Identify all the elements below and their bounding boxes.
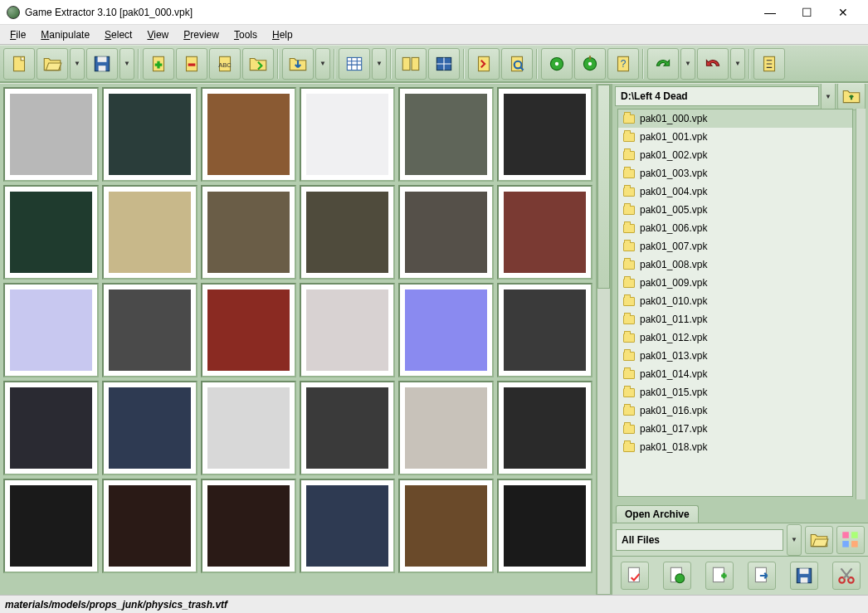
thumbnail[interactable] bbox=[102, 185, 197, 280]
thumbnail[interactable] bbox=[398, 283, 494, 377]
action-btn-4[interactable] bbox=[748, 562, 776, 590]
filelist-scrollbar[interactable] bbox=[856, 109, 866, 499]
thumbnail[interactable] bbox=[398, 381, 494, 475]
toolbar-gear-b[interactable] bbox=[574, 48, 606, 80]
thumbnail[interactable] bbox=[497, 381, 592, 475]
thumbnail[interactable] bbox=[102, 479, 197, 573]
toolbar-undo-red[interactable] bbox=[697, 48, 729, 80]
file-row[interactable]: pak01_018.vpk bbox=[618, 438, 852, 456]
thumbnail[interactable] bbox=[3, 283, 99, 377]
menu-file[interactable]: File bbox=[3, 27, 32, 42]
thumbnail[interactable] bbox=[398, 185, 494, 280]
file-row[interactable]: pak01_011.vpk bbox=[618, 310, 852, 328]
menu-preview[interactable]: Preview bbox=[177, 27, 226, 42]
toolbar-dropdown[interactable]: ▼ bbox=[70, 48, 85, 80]
minimize-button[interactable]: — bbox=[752, 1, 788, 24]
thumbnail[interactable] bbox=[300, 381, 395, 475]
file-row[interactable]: pak01_010.vpk bbox=[618, 292, 852, 310]
toolbar-add-file[interactable] bbox=[143, 48, 174, 80]
toolbar-replace-file[interactable] bbox=[242, 48, 274, 80]
toolbar-grid-view[interactable] bbox=[428, 48, 460, 80]
menu-select[interactable]: Select bbox=[98, 27, 139, 42]
thumbnail[interactable] bbox=[300, 479, 395, 573]
thumbnail[interactable] bbox=[3, 87, 99, 182]
thumbnail[interactable] bbox=[497, 87, 592, 182]
thumbs-scrollbar[interactable] bbox=[596, 84, 611, 595]
filter-combo[interactable]: All Files bbox=[616, 529, 783, 551]
tab-open-archive[interactable]: Open Archive bbox=[616, 505, 699, 523]
file-row[interactable]: pak01_003.vpk bbox=[618, 164, 852, 182]
action-btn-5[interactable] bbox=[790, 562, 818, 590]
thumbnail[interactable] bbox=[3, 185, 99, 280]
toolbar-search[interactable] bbox=[501, 48, 533, 80]
thumbnail[interactable] bbox=[497, 185, 592, 280]
close-button[interactable]: ✕ bbox=[825, 1, 861, 24]
maximize-button[interactable]: ☐ bbox=[788, 1, 825, 24]
toolbar-dropdown[interactable]: ▼ bbox=[119, 48, 134, 80]
toolbar-split-view[interactable] bbox=[395, 48, 427, 80]
toolbar-help[interactable]: ? bbox=[607, 48, 639, 80]
open-button[interactable] bbox=[805, 526, 833, 554]
file-row[interactable]: pak01_005.vpk bbox=[618, 201, 852, 219]
path-dropdown[interactable]: ▼ bbox=[821, 83, 836, 112]
file-row[interactable]: pak01_009.vpk bbox=[618, 274, 852, 292]
file-row[interactable]: pak01_014.vpk bbox=[618, 365, 852, 383]
file-row[interactable]: pak01_012.vpk bbox=[618, 328, 852, 347]
toolbar-redo-green[interactable] bbox=[647, 48, 679, 80]
toolbar-remove-file[interactable] bbox=[176, 48, 207, 80]
thumbnail[interactable] bbox=[102, 283, 197, 377]
file-row[interactable]: pak01_013.vpk bbox=[618, 347, 852, 365]
thumbnail[interactable] bbox=[497, 479, 592, 573]
up-folder-button[interactable] bbox=[837, 83, 866, 110]
file-list[interactable]: pak01_000.vpkpak01_001.vpkpak01_002.vpkp… bbox=[617, 109, 853, 497]
file-row[interactable]: pak01_002.vpk bbox=[618, 146, 852, 164]
toolbar-gear-a[interactable] bbox=[541, 48, 573, 80]
toolbar-run-script[interactable] bbox=[468, 48, 500, 80]
thumbnail[interactable] bbox=[398, 87, 494, 182]
thumbnail[interactable] bbox=[3, 381, 99, 475]
thumbnail[interactable] bbox=[398, 479, 494, 573]
filter-dropdown[interactable]: ▼ bbox=[787, 524, 802, 556]
action-btn-1[interactable] bbox=[621, 562, 649, 590]
file-row[interactable]: pak01_004.vpk bbox=[618, 182, 852, 201]
toolbar-save[interactable] bbox=[86, 48, 118, 80]
all-types-button[interactable] bbox=[836, 526, 865, 554]
action-btn-6[interactable] bbox=[832, 562, 861, 590]
thumbnail[interactable] bbox=[201, 185, 296, 280]
thumbnail[interactable] bbox=[300, 87, 395, 182]
file-row[interactable]: pak01_007.vpk bbox=[618, 237, 852, 255]
toolbar-rename-file[interactable]: ABC bbox=[209, 48, 241, 80]
thumbnail[interactable] bbox=[201, 283, 296, 377]
thumbnail[interactable] bbox=[497, 283, 592, 377]
toolbar-options[interactable] bbox=[753, 48, 785, 80]
thumbnail[interactable] bbox=[300, 185, 395, 280]
path-combo[interactable]: D:\Left 4 Dead bbox=[615, 86, 819, 106]
file-row[interactable]: pak01_001.vpk bbox=[618, 128, 852, 146]
toolbar-dropdown[interactable]: ▼ bbox=[680, 48, 695, 80]
toolbar-dropdown[interactable]: ▼ bbox=[730, 48, 745, 80]
toolbar-open-folder[interactable] bbox=[37, 48, 68, 80]
thumbnail[interactable] bbox=[102, 381, 197, 475]
file-row[interactable]: pak01_000.vpk bbox=[618, 109, 852, 128]
menu-manipulate[interactable]: Manipulate bbox=[34, 27, 96, 42]
toolbar-dropdown[interactable]: ▼ bbox=[372, 48, 387, 80]
file-row[interactable]: pak01_006.vpk bbox=[618, 219, 852, 237]
toolbar-new-file[interactable] bbox=[3, 48, 35, 80]
thumbnail[interactable] bbox=[300, 283, 395, 377]
thumbnail[interactable] bbox=[3, 479, 99, 573]
thumbnail[interactable] bbox=[201, 87, 296, 182]
menu-help[interactable]: Help bbox=[266, 27, 300, 42]
toolbar-dropdown[interactable]: ▼ bbox=[315, 48, 330, 80]
file-row[interactable]: pak01_015.vpk bbox=[618, 383, 852, 401]
toolbar-table-view[interactable] bbox=[339, 48, 370, 80]
menu-view[interactable]: View bbox=[140, 27, 175, 42]
thumbnail[interactable] bbox=[201, 381, 296, 475]
thumbnail[interactable] bbox=[102, 87, 197, 182]
thumbnail[interactable] bbox=[201, 479, 296, 573]
action-btn-3[interactable] bbox=[705, 562, 734, 590]
menu-tools[interactable]: Tools bbox=[227, 27, 264, 42]
file-row[interactable]: pak01_016.vpk bbox=[618, 401, 852, 420]
file-row[interactable]: pak01_008.vpk bbox=[618, 255, 852, 274]
action-btn-2[interactable] bbox=[663, 562, 691, 590]
toolbar-export[interactable] bbox=[282, 48, 314, 80]
